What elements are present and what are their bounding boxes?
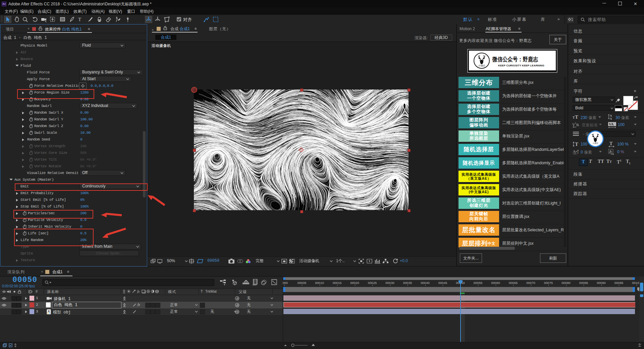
svg-text:fx: fx	[137, 290, 140, 293]
svg-text:VA: VA	[609, 122, 614, 126]
svg-text:a: a	[576, 150, 577, 153]
svg-text:T: T	[575, 141, 578, 147]
svg-text:A: A	[576, 122, 579, 127]
svg-text:T: T	[78, 17, 81, 22]
svg-text:行鹿志: 行鹿志	[478, 64, 485, 67]
svg-text:A: A	[610, 117, 612, 120]
svg-text:T: T	[609, 141, 613, 146]
svg-text:あ: あ	[609, 150, 612, 153]
svg-text:行鹿志: 行鹿志	[593, 142, 599, 144]
svg-text:T: T	[573, 116, 575, 119]
svg-text:T: T	[575, 114, 578, 120]
svg-text:V: V	[572, 122, 575, 127]
